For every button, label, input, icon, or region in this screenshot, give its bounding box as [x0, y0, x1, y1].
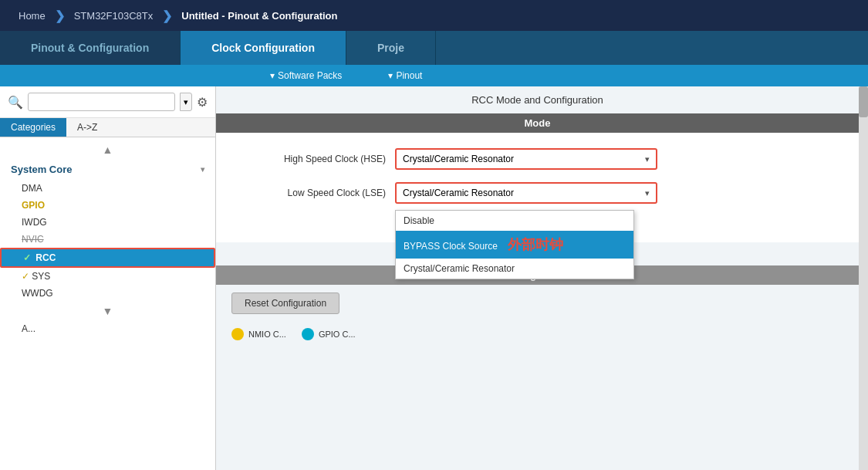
sidebar-item-dma[interactable]: DMA [0, 180, 215, 197]
sub-tab-software-packs[interactable]: ▾ Software Packs [247, 65, 365, 86]
high-speed-label: High Speed Clock (HSE) [231, 154, 386, 164]
nav-project[interactable]: Untitled - Pinout & Configuration [172, 0, 346, 31]
scroll-down: ▼ [0, 302, 215, 320]
sidebar-search-row: 🔍 ▾ ⚙ [0, 86, 215, 118]
low-speed-dropdown-menu: Disable BYPASS Clock Source 外部时钟 Crystal… [395, 210, 634, 279]
tab-project[interactable]: Proje [346, 31, 436, 65]
gpio-circle-icon [302, 328, 314, 340]
main-layout: 🔍 ▾ ⚙ Categories A->Z ▲ System Core ▾ [0, 86, 868, 470]
top-nav: Home ❯ STM32F103C8Tx ❯ Untitled - Pinout… [0, 0, 868, 31]
sidebar-item-wwdg[interactable]: WWDG [0, 285, 215, 302]
config-table: High Speed Clock (HSE) Crystal/Ceramic R… [216, 133, 859, 242]
nav-home[interactable]: Home [9, 0, 55, 31]
tab-clock[interactable]: Clock Configuration [181, 31, 346, 65]
nmio-circle-icon [231, 328, 244, 340]
sidebar: 🔍 ▾ ⚙ Categories A->Z ▲ System Core ▾ [0, 86, 216, 470]
search-dropdown-button[interactable]: ▾ [180, 93, 192, 111]
rcc-check-icon: ✓ [23, 252, 31, 263]
scroll-up-arrow[interactable]: ▲ [103, 144, 113, 156]
nav-mcu[interactable]: STM32F103C8Tx [65, 0, 163, 31]
scroll-up: ▲ [0, 140, 215, 159]
reset-configuration-button[interactable]: Reset Configuration [231, 292, 339, 314]
tab-bar: Pinout & Configuration Clock Configurati… [0, 31, 868, 65]
low-speed-label: Low Speed Clock (LSE) [231, 188, 386, 198]
sidebar-section-system-core: ▲ System Core ▾ DMA GPIO IWDG NVIC ✓ RCC [0, 137, 215, 340]
sidebar-tabs: Categories A->Z [0, 118, 215, 137]
bottom-icon-gpio: GPIO C... [302, 328, 356, 340]
scrollbar-thumb[interactable] [859, 86, 868, 117]
low-speed-chevron: ▾ [645, 188, 650, 198]
nav-chevron-2: ❯ [162, 8, 172, 23]
scroll-down-arrow[interactable]: ▼ [103, 305, 113, 317]
dropdown-option-bypass[interactable]: BYPASS Clock Source 外部时钟 [396, 231, 633, 259]
sidebar-item-sys[interactable]: ✓ SYS [0, 268, 215, 285]
sidebar-item-iwdg[interactable]: IWDG [0, 214, 215, 231]
nmio-label: NMIO C... [248, 330, 286, 339]
sub-tab-bar: ▾ Software Packs ▾ Pinout [0, 65, 868, 86]
bottom-icon-nmio: NMIO C... [231, 328, 286, 340]
dropdown-option-crystal[interactable]: Crystal/Ceramic Resonator [396, 259, 633, 279]
rcc-title: RCC Mode and Configuration [216, 86, 859, 113]
search-icon[interactable]: 🔍 [8, 95, 23, 110]
tab-az[interactable]: A->Z [66, 118, 108, 137]
gear-icon[interactable]: ⚙ [197, 95, 208, 110]
search-input[interactable] [28, 93, 175, 111]
dropdown-option-disable[interactable]: Disable [396, 211, 633, 231]
section-chevron: ▾ [201, 165, 204, 174]
high-speed-chevron: ▾ [645, 154, 650, 164]
section-header-system-core[interactable]: System Core ▾ [0, 159, 215, 180]
low-speed-clock-row: Low Speed Clock (LSE) Crystal/Ceramic Re… [231, 176, 843, 210]
sub-tab-pinout[interactable]: ▾ Pinout [365, 65, 445, 86]
tab-categories[interactable]: Categories [0, 118, 66, 137]
content-area: RCC Mode and Configuration Mode High Spe… [216, 86, 868, 470]
sys-check-icon: ✓ [22, 271, 29, 282]
gpio-label: GPIO C... [319, 330, 356, 339]
bottom-icons-row: NMIO C... GPIO C... [216, 322, 859, 347]
chinese-annotation: 外部时钟 [508, 237, 563, 252]
high-speed-clock-row: High Speed Clock (HSE) Crystal/Ceramic R… [231, 142, 843, 176]
content-inner: RCC Mode and Configuration Mode High Spe… [216, 86, 859, 347]
sidebar-item-more[interactable]: A... [0, 320, 215, 337]
sidebar-item-gpio[interactable]: GPIO [0, 197, 215, 214]
sidebar-item-nvic[interactable]: NVIC [0, 231, 215, 248]
sidebar-item-rcc[interactable]: ✓ RCC [0, 248, 215, 268]
tab-pinout[interactable]: Pinout & Configuration [0, 31, 181, 65]
nav-chevron-1: ❯ [55, 8, 65, 23]
low-speed-select[interactable]: Crystal/Ceramic Resonator ▾ [395, 182, 657, 204]
mode-header: Mode [216, 113, 859, 133]
scrollbar-track[interactable] [859, 86, 868, 470]
high-speed-select[interactable]: Crystal/Ceramic Resonator ▾ [395, 148, 657, 170]
